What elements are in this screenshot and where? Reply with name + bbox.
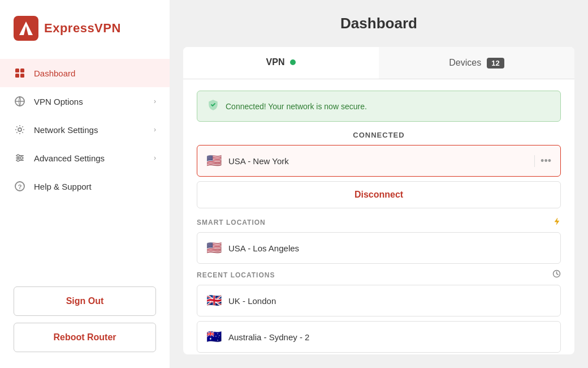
shield-icon bbox=[207, 99, 219, 113]
svg-rect-3 bbox=[20, 69, 24, 72]
svg-point-13 bbox=[20, 157, 23, 159]
smart-location-name: USA - Los Angeles bbox=[228, 243, 551, 253]
svg-point-14 bbox=[17, 159, 19, 161]
connected-banner: Connected! Your network is now secure. bbox=[197, 91, 561, 122]
sidebar-item-vpn-options-label: VPN Options bbox=[34, 97, 146, 106]
help-support-icon: ? bbox=[14, 180, 26, 192]
expressvpn-logo-icon bbox=[14, 16, 38, 41]
current-location-menu-icon[interactable]: ••• bbox=[534, 155, 551, 167]
uk-london-name: UK - London bbox=[228, 296, 551, 306]
network-settings-icon bbox=[14, 123, 26, 136]
reboot-router-button[interactable]: Reboot Router bbox=[14, 323, 156, 352]
vpn-options-chevron-icon: › bbox=[154, 97, 156, 105]
dashboard-icon bbox=[14, 67, 26, 79]
smart-location-flag: 🇺🇸 bbox=[206, 241, 222, 255]
page-title-bar: Dashboard bbox=[170, 0, 588, 47]
smart-location-label: SMART LOCATION bbox=[197, 219, 266, 226]
logo-area: ExpressVPN bbox=[0, 0, 170, 54]
svg-rect-5 bbox=[20, 74, 24, 78]
advanced-settings-chevron-icon: › bbox=[154, 154, 156, 162]
recent-location-uk-london[interactable]: 🇬🇧 UK - London bbox=[197, 285, 561, 316]
svg-rect-0 bbox=[14, 16, 38, 41]
smart-location-row[interactable]: 🇺🇸 USA - Los Angeles bbox=[197, 232, 561, 264]
australia-sydney-name: Australia - Sydney - 2 bbox=[228, 332, 551, 342]
australia-sydney-flag: 🇦🇺 bbox=[206, 330, 222, 344]
recent-locations-header: RECENT LOCATIONS bbox=[197, 269, 561, 280]
current-location-flag: 🇺🇸 bbox=[206, 153, 222, 168]
logo-text: ExpressVPN bbox=[44, 21, 121, 36]
vpn-options-icon bbox=[14, 95, 26, 108]
main-content: Dashboard VPN Devices 12 Connected! Your… bbox=[170, 0, 588, 368]
sidebar-item-dashboard[interactable]: Dashboard bbox=[0, 59, 170, 87]
devices-badge: 12 bbox=[487, 58, 504, 69]
sidebar-item-advanced-settings-label: Advanced Settings bbox=[34, 153, 146, 163]
nav-menu: Dashboard VPN Options › Network bbox=[0, 54, 170, 277]
sidebar: ExpressVPN Dashboard bbox=[0, 0, 170, 368]
disconnect-button[interactable]: Disconnect bbox=[197, 181, 561, 208]
sign-out-button[interactable]: Sign Out bbox=[14, 286, 156, 316]
current-location-name: USA - New York bbox=[228, 156, 530, 166]
svg-marker-17 bbox=[555, 218, 559, 225]
recent-locations-clock-icon bbox=[552, 269, 561, 280]
smart-location-lightning-icon bbox=[553, 217, 561, 228]
recent-location-australia-sydney[interactable]: 🇦🇺 Australia - Sydney - 2 bbox=[197, 321, 561, 353]
sidebar-item-advanced-settings[interactable]: Advanced Settings › bbox=[0, 144, 170, 172]
network-settings-chevron-icon: › bbox=[154, 126, 156, 134]
sidebar-item-help-support[interactable]: ? Help & Support bbox=[0, 172, 170, 200]
uk-london-flag: 🇬🇧 bbox=[206, 293, 222, 308]
svg-rect-4 bbox=[15, 74, 19, 78]
advanced-settings-icon bbox=[14, 152, 26, 164]
current-location-row[interactable]: 🇺🇸 USA - New York ••• bbox=[197, 145, 561, 177]
tabs: VPN Devices 12 bbox=[183, 47, 574, 79]
tab-devices[interactable]: Devices 12 bbox=[379, 47, 574, 79]
svg-text:?: ? bbox=[18, 183, 22, 190]
svg-rect-2 bbox=[15, 69, 19, 72]
sidebar-buttons: Sign Out Reboot Router bbox=[0, 277, 170, 368]
dashboard-card: VPN Devices 12 Connected! Your network i… bbox=[183, 47, 574, 354]
vpn-connected-dot bbox=[290, 59, 296, 65]
sidebar-item-dashboard-label: Dashboard bbox=[34, 69, 156, 78]
connected-label: CONNECTED bbox=[197, 131, 561, 139]
sidebar-item-network-settings[interactable]: Network Settings › bbox=[0, 115, 170, 144]
svg-point-12 bbox=[17, 155, 19, 157]
tab-vpn[interactable]: VPN bbox=[183, 47, 379, 79]
tab-devices-label: Devices bbox=[449, 58, 481, 68]
sidebar-item-help-support-label: Help & Support bbox=[34, 182, 156, 191]
sidebar-item-network-settings-label: Network Settings bbox=[34, 125, 146, 135]
page-title: Dashboard bbox=[340, 15, 417, 32]
connected-banner-text: Connected! Your network is now secure. bbox=[226, 102, 367, 111]
svg-point-8 bbox=[18, 128, 21, 131]
tab-vpn-label: VPN bbox=[266, 57, 285, 67]
smart-location-header: SMART LOCATION bbox=[197, 217, 561, 228]
sidebar-item-vpn-options[interactable]: VPN Options › bbox=[0, 87, 170, 115]
recent-locations-label: RECENT LOCATIONS bbox=[197, 271, 275, 279]
